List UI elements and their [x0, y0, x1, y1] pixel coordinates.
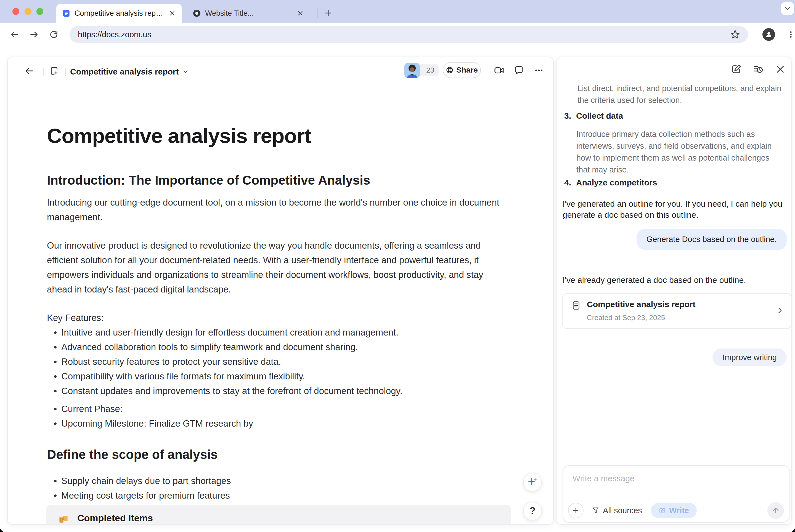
- globe-icon: [446, 66, 454, 74]
- user-message-bubble: Generate Docs based on the outline.: [636, 229, 787, 250]
- message-composer: All sources Write: [562, 465, 790, 522]
- outline-item2-continuation: List direct, indirect, and potential com…: [577, 82, 784, 106]
- list-item: Current Phase:: [47, 401, 511, 416]
- attach-button[interactable]: [568, 503, 584, 518]
- outline-item3-description: Introduce primary data collection method…: [576, 128, 784, 176]
- write-button[interactable]: Write: [651, 503, 697, 518]
- reload-icon[interactable]: [49, 29, 59, 40]
- doc-header-title: Competitive analysis report: [70, 67, 179, 76]
- paragraph: Introducing our cutting-edge document to…: [47, 195, 502, 224]
- scope-heading: Define the scope of analysis: [47, 447, 511, 463]
- completed-items-callout[interactable]: Completed Items: [47, 505, 511, 525]
- doc-back-icon[interactable]: [24, 65, 35, 76]
- forward-icon[interactable]: [29, 29, 39, 40]
- window-close-button[interactable]: [13, 8, 19, 15]
- generated-doc-title: Competitive analysis report: [587, 300, 695, 309]
- tab-title: Competitive analysis report: [75, 9, 164, 18]
- share-button[interactable]: Share: [443, 62, 481, 78]
- completed-items-label: Completed Items: [77, 513, 153, 524]
- generated-doc-created: Created at Sep 23, 2025: [587, 314, 665, 322]
- improve-writing-button[interactable]: Improve writing: [713, 348, 787, 366]
- list-item: Compatibility with various file formats …: [47, 369, 511, 383]
- message-input[interactable]: [572, 474, 776, 483]
- window-zoom-button[interactable]: [36, 8, 43, 15]
- filter-icon: [592, 507, 599, 514]
- new-doc-icon[interactable]: [49, 65, 60, 76]
- compose-icon[interactable]: [731, 64, 742, 75]
- list-item: Intuitive and user-friendly design for e…: [47, 325, 511, 340]
- more-options-icon[interactable]: [533, 65, 544, 76]
- screen: Competitive analysis report Website Titl…: [0, 0, 795, 532]
- write-label: Write: [669, 506, 689, 515]
- chevron-down-icon: [182, 68, 189, 75]
- key-features-list: Intuitive and user-friendly design for e…: [47, 325, 511, 398]
- new-tab-button[interactable]: [322, 7, 335, 19]
- doc-favicon-icon: [62, 10, 70, 17]
- outline-number: 4.: [564, 178, 571, 187]
- tab-title: Website Title...: [205, 9, 292, 18]
- chevron-right-icon: [776, 306, 784, 315]
- ai-assistant-panel: List direct, indirect, and potential com…: [556, 57, 792, 525]
- generated-doc-card[interactable]: Competitive analysis report Created at S…: [562, 293, 792, 329]
- bookmark-star-icon[interactable]: [730, 29, 740, 40]
- document-content: Competitive analysis report Introduction…: [47, 124, 511, 525]
- doc-file-icon: [571, 301, 581, 310]
- outline-label: Analyze competitors: [576, 178, 657, 187]
- intro-heading: Introduction: The Importance of Competit…: [47, 172, 511, 188]
- outline-label: Collect data: [576, 111, 623, 120]
- send-button[interactable]: [768, 502, 784, 519]
- sparkle-icon: [527, 477, 538, 488]
- header-divider: [65, 68, 66, 76]
- tab-close-icon[interactable]: [297, 10, 304, 17]
- browser-window: Competitive analysis report Website Titl…: [0, 0, 795, 532]
- outline-item-3: 3. Collect data: [564, 111, 623, 120]
- back-icon[interactable]: [10, 29, 20, 40]
- help-label: ?: [530, 505, 536, 517]
- document-card: Competitive analysis report 23 Share: [7, 57, 554, 525]
- write-edit-icon: [659, 507, 666, 514]
- tab-website-title[interactable]: Website Title...: [189, 4, 308, 23]
- tab-divider: [317, 8, 317, 18]
- outline-number: 3.: [564, 111, 571, 120]
- tab-competitive-analysis-report[interactable]: Competitive analysis report: [56, 4, 182, 23]
- status-list: Current Phase: Upcoming Milestone: Final…: [47, 401, 511, 431]
- tab-search-button[interactable]: [781, 2, 794, 15]
- list-item: Robust security features to protect your…: [47, 354, 511, 369]
- chrome-favicon-icon: [193, 10, 201, 17]
- sources-filter-button[interactable]: All sources: [592, 503, 642, 518]
- video-icon[interactable]: [494, 65, 505, 76]
- tab-close-icon[interactable]: [169, 10, 176, 17]
- avatar[interactable]: [404, 63, 420, 78]
- comment-icon[interactable]: [514, 65, 524, 76]
- header-divider: [43, 68, 43, 76]
- ai-message: I've generated an outline for you. If yo…: [562, 198, 791, 221]
- beers-emoji-icon: [57, 512, 70, 524]
- ai-assistant-button[interactable]: [523, 473, 542, 491]
- list-item: Constant updates and improvements to sta…: [47, 383, 511, 398]
- url-bar[interactable]: https://docs.zoom.us: [70, 26, 748, 43]
- doc-title-dropdown[interactable]: Competitive analysis report: [70, 67, 189, 76]
- browser-profile-avatar[interactable]: [762, 28, 775, 41]
- sources-label: All sources: [603, 506, 642, 515]
- ai-message: I've already generated a doc based on th…: [562, 274, 791, 286]
- page: Competitive analysis report 23 Share: [0, 46, 795, 532]
- key-features-label: Key Features:: [47, 310, 502, 325]
- help-button[interactable]: ?: [523, 502, 542, 520]
- list-item: Upcoming Milestone: Finalize GTM researc…: [47, 416, 511, 431]
- url-text: https://docs.zoom.us: [78, 30, 151, 39]
- list-item: Supply chain delays due to part shortage…: [47, 474, 511, 488]
- history-icon[interactable]: [753, 64, 764, 75]
- window-minimize-button[interactable]: [24, 8, 32, 15]
- browser-menu-icon[interactable]: [785, 29, 795, 40]
- paragraph: Our innovative product is designed to re…: [47, 238, 502, 297]
- scope-list: Supply chain delays due to part shortage…: [47, 474, 511, 503]
- list-item: Meeting cost targets for premium feature…: [47, 488, 511, 503]
- outline-item-4: 4. Analyze competitors: [564, 178, 657, 187]
- close-icon[interactable]: [775, 64, 786, 75]
- browser-toolbar: https://docs.zoom.us: [0, 23, 795, 46]
- document-title: Competitive analysis report: [47, 124, 511, 148]
- tab-strip: Competitive analysis report Website Titl…: [0, 0, 795, 23]
- share-label: Share: [456, 66, 478, 75]
- list-item: Advanced collaboration tools to simplify…: [47, 340, 511, 354]
